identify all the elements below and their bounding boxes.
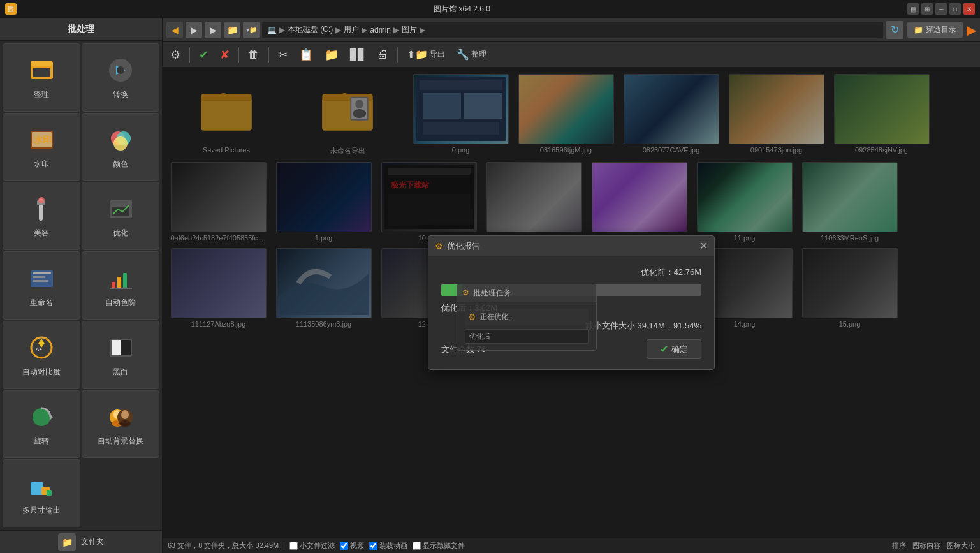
view-btn2[interactable]: ⊞ — [921, 3, 933, 15]
small-file-filter[interactable]: 小文件过滤 — [289, 541, 335, 550]
dialog-header-icon: ⚙ — [435, 241, 443, 251]
multisize-icon — [26, 471, 57, 503]
print-btn[interactable]: 🖨 — [373, 46, 392, 63]
sidebar-item-optimize[interactable]: 优化 — [82, 182, 159, 250]
video-checkbox[interactable] — [340, 542, 348, 550]
icon-content-btn[interactable]: 图标内容 — [912, 541, 940, 550]
sidebar-item-autolevel[interactable]: 自动色阶 — [82, 251, 159, 320]
hidden-filter[interactable]: 显示隐藏文件 — [413, 541, 465, 550]
breadcrumb-pictures[interactable]: 图片 — [402, 24, 417, 35]
autolevel-label: 自动色阶 — [105, 297, 136, 308]
svg-rect-17 — [33, 272, 51, 274]
svg-point-4 — [117, 66, 124, 74]
sep2 — [238, 47, 239, 63]
forward-btn[interactable]: ▶ — [186, 22, 202, 38]
export-label: 导出 — [430, 49, 445, 60]
sub-input[interactable]: 优化后 — [465, 329, 589, 344]
multisize-label: 多尺寸输出 — [22, 505, 61, 516]
icon-size-btn[interactable]: 图标大小 — [947, 541, 975, 550]
sidebar-item-convert[interactable]: 转换 — [82, 43, 159, 112]
dialog-ok-btn[interactable]: ✔ 确定 — [647, 339, 701, 359]
svg-point-10 — [113, 136, 128, 151]
svg-rect-23 — [110, 288, 132, 289]
forward2-btn[interactable]: ▶ — [205, 22, 221, 38]
export-btn[interactable]: ⬆📁 导出 — [403, 47, 449, 63]
svg-rect-19 — [33, 280, 48, 282]
watermark-icon: 水印 — [26, 124, 57, 156]
breadcrumb-disk[interactable]: 本地磁盘 (C:) — [288, 24, 333, 35]
sub-dialog-label: 优化后 — [469, 332, 490, 340]
rotate-label: 旋转 — [34, 436, 49, 446]
rename-icon — [26, 263, 57, 295]
svg-rect-22 — [123, 273, 127, 288]
animated-filter[interactable]: 装载动画 — [369, 541, 407, 550]
uncheck-btn[interactable]: ✘ — [216, 46, 233, 64]
svg-point-37 — [119, 420, 131, 427]
sidebar-item-rename[interactable]: 重命名 — [3, 251, 80, 320]
optimize-label: 优化 — [113, 228, 128, 239]
sidebar-item-color[interactable]: 颜色 — [82, 113, 159, 181]
sidebar-item-multisize[interactable]: 多尺寸输出 — [3, 459, 80, 527]
dropdown-nav-btn[interactable]: ▾📁 — [243, 22, 260, 38]
sidebar: 批处理 整理 转换 水印 水印 — [0, 18, 163, 553]
autobg-label: 自动背景替换 — [98, 436, 143, 446]
right-panel-btn[interactable]: 📁 穿透目录 — [907, 22, 963, 38]
animated-checkbox[interactable] — [369, 542, 377, 550]
settings-btn[interactable]: ⚙ — [166, 46, 184, 64]
titlebar: 🖼 图片馆 x64 2.6.0 ▤ ⊞ ─ □ ✕ — [0, 0, 980, 18]
rename-label: 重命名 — [30, 297, 53, 308]
folder-icon: 📁 — [914, 26, 923, 34]
ok-check-icon: ✔ — [660, 343, 668, 355]
sidebar-item-watermark[interactable]: 水印 水印 — [3, 113, 80, 181]
copy-btn[interactable]: 📋 — [295, 46, 317, 64]
sidebar-header: 批处理 — [0, 18, 162, 41]
autocontrast-icon: A+ — [26, 332, 57, 364]
hidden-checkbox[interactable] — [413, 542, 421, 550]
beauty-icon — [26, 193, 57, 225]
breadcrumb-users[interactable]: 用户 — [344, 24, 359, 35]
sidebar-item-rotate[interactable]: 旋转 — [3, 390, 80, 459]
breadcrumb[interactable]: 💻 ▶ 本地磁盘 (C:) ▶ 用户 ▶ admin ▶ 图片 ▶ — [262, 22, 883, 38]
collapse-arrow[interactable]: ▶ — [967, 22, 976, 38]
maximize-btn[interactable]: □ — [949, 3, 961, 15]
bar-btn[interactable]: ▊▊ — [346, 47, 369, 63]
svg-point-13 — [38, 197, 45, 203]
statusbar: 63 文件，8 文件夹，总大小 32.49M 小文件过滤 视频 装载动画 显示隐… — [163, 538, 980, 553]
svg-rect-1 — [33, 68, 50, 77]
minimize-btn[interactable]: ─ — [935, 3, 947, 15]
svg-rect-21 — [117, 277, 121, 288]
arrange-label: 整理 — [34, 89, 49, 100]
sidebar-item-arrange[interactable]: 整理 — [3, 43, 80, 112]
ok-label: 确定 — [671, 344, 688, 355]
cut-btn[interactable]: ✂ — [274, 46, 291, 64]
folder-btn2[interactable]: 📁 — [321, 46, 342, 64]
tidy-btn[interactable]: 🔧 整理 — [453, 47, 490, 63]
check-all-btn[interactable]: ✔ — [195, 46, 212, 64]
arrange-icon — [26, 55, 57, 87]
video-filter[interactable]: 视频 — [340, 541, 364, 550]
small-file-checkbox[interactable] — [289, 542, 298, 550]
app-title: 图片馆 x64 2.6.0 — [17, 4, 907, 15]
toolbar: ⚙ ✔ ✘ 🗑 ✂ 📋 📁 ▊▊ 🖨 ⬆📁 导出 🔧 整理 — [163, 42, 980, 68]
dialog-before-row: 优化前：42.76M — [441, 267, 701, 278]
sidebar-item-blackwhite[interactable]: 黑白 — [82, 321, 159, 389]
dialog-title: 优化报告 — [447, 240, 696, 252]
sidebar-item-beauty[interactable]: 美容 — [3, 182, 80, 250]
delete-btn[interactable]: 🗑 — [244, 46, 263, 63]
sidebar-item-autobg[interactable]: 自动背景替换 — [82, 390, 159, 459]
sidebar-item-autocontrast[interactable]: A+ 自动对比度 — [3, 321, 80, 389]
sep1 — [189, 47, 190, 63]
dialog-close-btn[interactable]: ✕ — [699, 240, 708, 252]
view-btn1[interactable]: ▤ — [907, 3, 919, 15]
sort-btn[interactable]: 排序 — [892, 541, 906, 550]
folder-footer-icon[interactable]: 📁 — [58, 533, 76, 551]
autolevel-icon — [105, 263, 136, 295]
navbar-right: ↻ 📁 穿透目录 ▶ — [886, 21, 976, 39]
folder-nav-btn[interactable]: 📁 — [224, 22, 240, 38]
back-btn[interactable]: ◀ — [166, 22, 183, 38]
breadcrumb-admin[interactable]: admin — [370, 26, 391, 34]
svg-rect-28 — [112, 340, 122, 355]
autobg-icon — [105, 401, 136, 433]
refresh-btn[interactable]: ↻ — [886, 21, 903, 39]
close-btn[interactable]: ✕ — [963, 3, 975, 15]
